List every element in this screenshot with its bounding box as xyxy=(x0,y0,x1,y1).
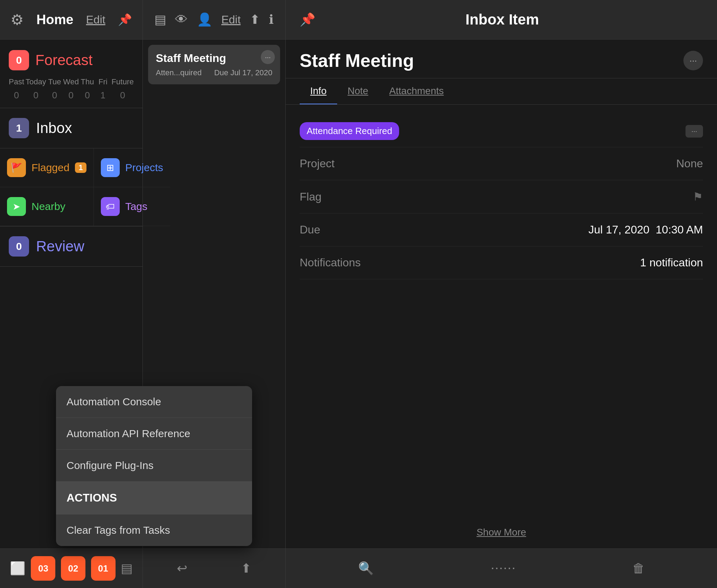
context-menu-automation-api[interactable]: Automation API Reference xyxy=(56,418,252,450)
due-time: 10:30 AM xyxy=(656,223,703,236)
forecast-col-thu: Thu xyxy=(80,77,95,89)
context-menu-actions-header: ACTIONS xyxy=(56,482,252,514)
grid-section: 🚩 Flagged 1 ⊞ Projects ➤ Nearby 🏷 Tags xyxy=(0,148,142,226)
show-more-button[interactable]: Show More xyxy=(286,516,717,548)
main-content: 0 Forecast Past Today Tue Wed Thu Fri Fu… xyxy=(0,40,717,588)
due-value: Jul 17, 2020 10:30 AM xyxy=(589,223,703,236)
detail-row-flag: Flag ⚑ xyxy=(300,180,703,214)
top-bar: ⚙ Home Edit 📌 ▤ 👁 👤 Edit ⬆ ℹ 📌 Inbox Ite… xyxy=(0,0,717,40)
forecast-val-tue: 0 xyxy=(48,90,62,101)
pin-icon-right[interactable]: 📌 xyxy=(300,12,315,27)
task-card-tag: Atten...quired xyxy=(156,68,202,77)
notifications-label: Notifications xyxy=(300,256,361,269)
sidebar-badge-01[interactable]: 01 xyxy=(91,556,116,581)
middle-panel-bottom-bar: ↩ ⬆ xyxy=(143,548,285,588)
tag-chip-attendance[interactable]: Attendance Required xyxy=(300,122,399,140)
forecast-col-future: Future xyxy=(111,77,134,89)
tags-label: Tags xyxy=(125,201,147,212)
tags-icon: 🏷 xyxy=(101,197,120,216)
due-date: Jul 17, 2020 xyxy=(589,223,649,236)
forecast-col-fri: Fri xyxy=(96,77,110,89)
task-card-due: Due Jul 17, 2020 xyxy=(214,68,272,77)
sidebar: 0 Forecast Past Today Tue Wed Thu Fri Fu… xyxy=(0,40,143,588)
inbox-item-heading: Inbox Item xyxy=(465,11,539,28)
sidebar-item-review[interactable]: 0 Review xyxy=(0,226,142,267)
sidebar-bottom-terminal-icon[interactable]: ▤ xyxy=(121,561,133,576)
top-bar-left: ⚙ Home Edit 📌 xyxy=(0,0,143,39)
person-icon[interactable]: 👤 xyxy=(197,12,213,27)
top-bar-middle: ▤ 👁 👤 Edit ⬆ ℹ xyxy=(143,0,286,39)
review-badge: 0 xyxy=(9,236,29,257)
sidebar-badge-03[interactable]: 03 xyxy=(31,556,55,581)
flagged-icon: 🚩 xyxy=(7,158,26,177)
right-bottom-share-icon[interactable]: ⋯⋯ xyxy=(490,561,516,576)
forecast-val-future: 0 xyxy=(111,90,134,101)
sidebar-toggle-icon[interactable]: ▤ xyxy=(154,12,166,27)
forecast-header: 0 Forecast xyxy=(9,50,134,70)
nearby-label: Nearby xyxy=(32,201,65,212)
tab-note[interactable]: Note xyxy=(337,78,379,104)
detail-row-due: Due Jul 17, 2020 10:30 AM xyxy=(300,214,703,246)
sidebar-bottom-bar: ⬜ 03 02 01 ▤ xyxy=(0,548,142,588)
detail-more-button[interactable]: ··· xyxy=(683,51,703,70)
forecast-val-wed: 0 xyxy=(63,90,79,101)
inbox-badge: 1 xyxy=(9,118,29,138)
flag-label: Flag xyxy=(300,190,321,203)
task-card-staff-meeting[interactable]: Staff Meeting Atten...quired Due Jul 17,… xyxy=(148,45,280,84)
sidebar-bottom-inbox-icon[interactable]: ⬜ xyxy=(10,561,26,576)
detail-header: Staff Meeting ··· xyxy=(286,40,717,78)
project-value: None xyxy=(676,157,703,170)
tag-more-button[interactable]: ··· xyxy=(685,125,703,138)
sidebar-item-projects[interactable]: ⊞ Projects xyxy=(94,148,170,187)
sidebar-item-nearby[interactable]: ➤ Nearby xyxy=(0,187,94,226)
forecast-val-past: 0 xyxy=(9,90,24,101)
review-label: Review xyxy=(36,238,84,255)
task-card-more-button[interactable]: ··· xyxy=(261,50,275,64)
context-menu-configure-plugins[interactable]: Configure Plug-Ins xyxy=(56,450,252,482)
task-card-title: Staff Meeting xyxy=(156,52,272,65)
detail-content: Attendance Required ··· Project None Fla… xyxy=(286,105,717,516)
forecast-section[interactable]: 0 Forecast Past Today Tue Wed Thu Fri Fu… xyxy=(0,40,142,108)
right-panel: Staff Meeting ··· Info Note Attachments … xyxy=(286,40,717,588)
middle-bottom-share-icon[interactable]: ⬆ xyxy=(241,561,251,576)
edit-button-left[interactable]: Edit xyxy=(86,13,105,26)
edit-button-middle[interactable]: Edit xyxy=(221,13,241,26)
upload-icon[interactable]: ⬆ xyxy=(250,12,260,27)
sidebar-item-inbox[interactable]: 1 Inbox xyxy=(0,108,142,148)
context-menu-clear-tags[interactable]: Clear Tags from Tasks xyxy=(56,514,252,546)
forecast-col-past: Past xyxy=(9,77,24,89)
tab-info[interactable]: Info xyxy=(300,78,337,104)
tab-attachments[interactable]: Attachments xyxy=(379,78,454,104)
forecast-val-fri: 1 xyxy=(96,90,110,101)
sidebar-item-tags[interactable]: 🏷 Tags xyxy=(94,187,170,226)
flagged-label: Flagged xyxy=(32,162,69,174)
flag-icon[interactable]: ⚑ xyxy=(693,190,703,203)
forecast-val-thu: 0 xyxy=(80,90,95,101)
eye-icon[interactable]: 👁 xyxy=(175,12,188,27)
right-bottom-trash-icon[interactable]: 🗑 xyxy=(632,561,645,576)
forecast-badge: 0 xyxy=(9,50,29,70)
detail-tabs: Info Note Attachments xyxy=(286,78,717,105)
right-bottom-search-icon[interactable]: 🔍 xyxy=(358,561,374,576)
forecast-col-tue: Tue xyxy=(48,77,62,89)
sidebar-badge-02[interactable]: 02 xyxy=(61,556,85,581)
middle-bottom-back-icon[interactable]: ↩ xyxy=(177,561,187,576)
detail-row-notifications: Notifications 1 notification xyxy=(300,246,703,279)
top-bar-right: 📌 Inbox Item xyxy=(286,0,717,39)
sidebar-item-flagged[interactable]: 🚩 Flagged 1 xyxy=(0,148,94,187)
forecast-grid: Past Today Tue Wed Thu Fri Future 0 0 0 … xyxy=(9,77,134,101)
task-card-meta: Atten...quired Due Jul 17, 2020 xyxy=(156,68,272,77)
flagged-badge: 1 xyxy=(75,162,86,173)
notifications-value: 1 notification xyxy=(640,256,703,269)
inbox-label: Inbox xyxy=(36,120,72,136)
project-label: Project xyxy=(300,157,335,170)
forecast-col-today: Today xyxy=(26,77,46,89)
pin-icon-left[interactable]: 📌 xyxy=(118,13,132,26)
info-icon[interactable]: ℹ xyxy=(269,12,274,27)
projects-icon: ⊞ xyxy=(101,158,120,177)
tag-row: Attendance Required ··· xyxy=(300,115,703,147)
right-panel-bottom-bar: 🔍 ⋯⋯ 🗑 xyxy=(286,548,717,588)
gear-icon[interactable]: ⚙ xyxy=(11,11,24,28)
detail-title: Staff Meeting xyxy=(300,50,414,71)
context-menu-automation-console[interactable]: Automation Console xyxy=(56,386,252,418)
